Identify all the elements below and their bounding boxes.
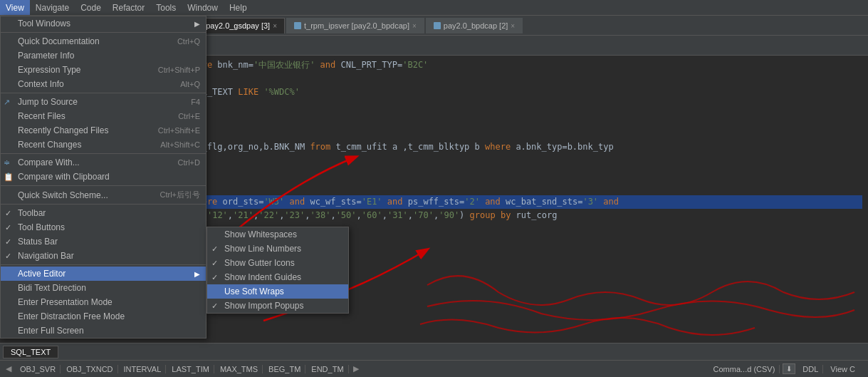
- menu-item-nav-bar[interactable]: ✓ Navigation Bar: [1, 249, 206, 263]
- status-bar: ◀ OBJ_SVR OBJ_TXNCD INTERVAL LAST_TIM MA…: [0, 360, 868, 377]
- menu-item-tool-windows-arrow: ▶: [194, 20, 200, 28]
- menu-item-tool-windows[interactable]: Tool Windows ▶: [1, 16, 206, 31]
- menu-item-status-bar-label: Status Bar: [18, 237, 58, 247]
- menu-item-tool-buttons[interactable]: ✓ Tool Buttons: [1, 220, 206, 234]
- menu-item-jump-source[interactable]: ↗ Jump to Source F4: [1, 95, 206, 109]
- menu-item-ctx-info[interactable]: Context Info Alt+Q: [1, 77, 206, 91]
- menu-item-compare-with[interactable]: ≑ Compare With... Ctrl+D: [1, 155, 206, 170]
- menu-item-compare-clipboard[interactable]: 📋 Compare with Clipboard: [1, 170, 206, 184]
- menu-item-recent-files-shortcut: Ctrl+E: [178, 112, 200, 120]
- tab-close-3[interactable]: ×: [412, 22, 417, 30]
- menu-window[interactable]: Window: [182, 0, 224, 15]
- view-menu-dropdown: Tool Windows ▶ Quick Documentation Ctrl+…: [0, 16, 206, 339]
- submenu-show-indent-guides-label: Show Indent Guides: [224, 272, 301, 282]
- status-view-c[interactable]: View C: [826, 365, 859, 373]
- bottom-tab-sql-label: SQL_TEXT: [11, 348, 51, 356]
- menu-item-recent-files-label: Recent Files: [18, 111, 66, 121]
- status-end-tm[interactable]: END_TM: [307, 365, 348, 373]
- menu-item-status-bar[interactable]: ✓ Status Bar: [1, 234, 206, 249]
- nav-bar-check: ✓: [5, 252, 11, 261]
- menu-bar: View Navigate Code Refactor Tools Window…: [0, 0, 868, 16]
- menu-item-quick-switch-shortcut: Ctrl+后引号: [160, 190, 200, 200]
- menu-item-expr-type-shortcut: Ctrl+Shift+P: [158, 66, 200, 74]
- menu-item-recent-changes-shortcut: Alt+Shift+C: [160, 140, 200, 149]
- tab-close-2[interactable]: ×: [273, 22, 277, 30]
- menu-code[interactable]: Code: [75, 0, 107, 15]
- submenu-show-indent-guides[interactable]: ✓ Show Indent Guides: [207, 270, 348, 284]
- status-obj-txncd[interactable]: OBJ_TXNCD: [62, 365, 117, 373]
- menu-item-full-screen-label: Enter Full Screen: [18, 326, 84, 336]
- menu-view[interactable]: View: [0, 0, 30, 15]
- menu-item-recently-changed-shortcut: Ctrl+Shift+E: [158, 126, 200, 135]
- menu-item-recently-changed[interactable]: Recently Changed Files Ctrl+Shift+E: [1, 123, 206, 138]
- menu-item-param-info[interactable]: Parameter Info: [1, 48, 206, 63]
- status-beg-tm[interactable]: BEG_TM: [264, 365, 305, 373]
- menu-item-jump-source-label: Jump to Source: [18, 97, 78, 107]
- status-arrow-right[interactable]: ▶: [350, 364, 359, 373]
- menu-item-bidi[interactable]: Bidi Text Direction: [1, 281, 206, 295]
- menu-refactor[interactable]: Refactor: [107, 0, 150, 15]
- submenu-use-soft-wraps-label: Use Soft Wraps: [224, 286, 284, 296]
- show-gutter-icons-check: ✓: [211, 259, 218, 268]
- menu-item-presentation[interactable]: Enter Presentation Mode: [1, 295, 206, 309]
- clipboard-icon: 📋: [4, 172, 14, 182]
- status-export-btn[interactable]: ⬇: [783, 363, 795, 374]
- menu-item-bidi-label: Bidi Text Direction: [18, 283, 86, 293]
- status-obj-svr[interactable]: OBJ_SVR: [16, 365, 61, 373]
- menu-item-tool-buttons-label: Tool Buttons: [18, 222, 65, 232]
- menu-div-3: [1, 153, 206, 154]
- jump-source-icon: ↗: [4, 98, 10, 107]
- show-line-numbers-check: ✓: [211, 244, 218, 254]
- submenu-show-line-numbers[interactable]: ✓ Show Line Numbers: [207, 242, 348, 256]
- submenu-show-whitespaces[interactable]: Show Whitespaces: [207, 227, 348, 242]
- submenu-show-import-popups[interactable]: ✓ Show Import Popups: [207, 299, 348, 313]
- menu-item-quick-doc-label: Quick Documentation: [18, 36, 100, 46]
- menu-item-expr-type[interactable]: Expression Type Ctrl+Shift+P: [1, 63, 206, 77]
- menu-item-full-screen[interactable]: Enter Full Screen: [1, 324, 206, 338]
- menu-item-recent-changes-label: Recent Changes: [18, 140, 81, 150]
- status-comma[interactable]: Comma...d (CSV): [709, 365, 780, 373]
- status-arrow-left[interactable]: ◀: [6, 364, 14, 373]
- menu-item-recently-changed-label: Recently Changed Files: [18, 125, 108, 135]
- tab-3[interactable]: t_rpm_ipsver [pay2.0_bpdcap] ×: [286, 18, 424, 33]
- menu-div-2: [1, 93, 206, 93]
- menu-item-quick-doc-shortcut: Ctrl+Q: [177, 37, 200, 46]
- menu-item-nav-bar-label: Navigation Bar: [18, 251, 74, 261]
- submenu-show-import-popups-label: Show Import Popups: [224, 301, 303, 311]
- menu-item-active-editor-label: Active Editor: [18, 269, 66, 279]
- tab-icon-4: [434, 22, 441, 29]
- menu-item-recent-changes[interactable]: Recent Changes Alt+Shift+C: [1, 138, 206, 152]
- menu-div-1: [1, 32, 206, 33]
- menu-item-quick-doc[interactable]: Quick Documentation Ctrl+Q: [1, 34, 206, 48]
- status-max-tms[interactable]: MAX_TMS: [216, 365, 263, 373]
- submenu-use-soft-wraps[interactable]: Use Soft Wraps: [207, 284, 348, 299]
- menu-item-recent-files[interactable]: Recent Files Ctrl+E: [1, 109, 206, 123]
- menu-item-tool-windows-label: Tool Windows: [18, 19, 70, 29]
- show-indent-guides-check: ✓: [211, 273, 218, 282]
- menu-item-ctx-info-shortcut: Alt+Q: [180, 80, 200, 88]
- submenu-show-line-numbers-label: Show Line Numbers: [224, 244, 301, 254]
- menu-item-quick-switch-label: Quick Switch Scheme...: [18, 190, 108, 200]
- compare-icon: ≑: [4, 158, 10, 167]
- menu-item-quick-switch[interactable]: Quick Switch Scheme... Ctrl+后引号: [1, 187, 206, 202]
- menu-item-active-editor-arrow: ▶: [194, 270, 200, 278]
- tool-buttons-check: ✓: [5, 223, 11, 232]
- menu-tools[interactable]: Tools: [150, 0, 182, 15]
- status-ddl[interactable]: DDL: [798, 365, 823, 373]
- toolbar-check: ✓: [5, 209, 11, 218]
- menu-item-distraction-free[interactable]: Enter Distraction Free Mode: [1, 309, 206, 324]
- menu-item-active-editor[interactable]: Active Editor ▶: [1, 267, 206, 281]
- menu-help[interactable]: Help: [224, 0, 253, 15]
- submenu-show-gutter-icons[interactable]: ✓ Show Gutter Icons: [207, 256, 348, 270]
- tab-icon-3: [294, 22, 301, 29]
- tab-close-4[interactable]: ×: [511, 22, 515, 30]
- tab-4[interactable]: pay2.0_bpdcap [2] ×: [426, 18, 523, 33]
- status-interval[interactable]: INTERVAL: [120, 365, 167, 373]
- menu-item-toolbar-label: Toolbar: [18, 208, 46, 218]
- status-last-tim[interactable]: LAST_TIM: [167, 365, 214, 373]
- menu-item-compare-with-shortcut: Ctrl+D: [178, 158, 200, 167]
- dropdown-overlay: Tool Windows ▶ Quick Documentation Ctrl+…: [0, 16, 206, 339]
- menu-item-toolbar[interactable]: ✓ Toolbar: [1, 206, 206, 220]
- bottom-tab-sql[interactable]: SQL_TEXT: [3, 346, 58, 358]
- menu-navigate[interactable]: Navigate: [30, 0, 75, 15]
